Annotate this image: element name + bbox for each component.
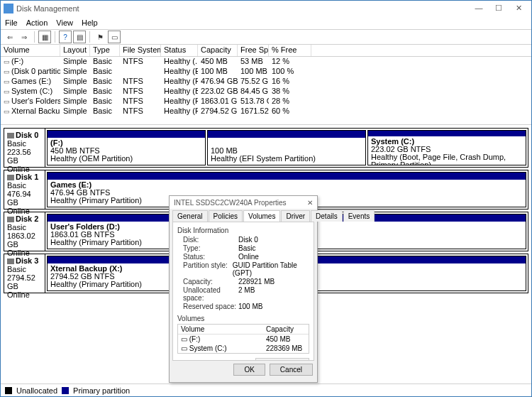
volume-row[interactable]: ▭ System (C:)228369 MB <box>178 344 309 353</box>
volumes-col-capacity: Capacity <box>266 325 306 333</box>
forward-button[interactable]: ⇒ <box>18 31 31 43</box>
dialog-title: INTEL SSDSC2CW240A Properties <box>174 199 307 207</box>
dialog-titlebar[interactable]: INTEL SSDSC2CW240A Properties ✕ <box>170 196 317 209</box>
disk-label[interactable]: Disk 1Basic476.94 GBOnline <box>4 170 45 209</box>
info-row: Capacity:228921 MB <box>183 278 309 285</box>
table-row[interactable]: Games (E:)SimpleBasicNTFSHealthy (P...47… <box>1 77 531 87</box>
tab-general[interactable]: General <box>172 210 208 222</box>
volumes-col-volume: Volume <box>181 325 266 333</box>
tab-details[interactable]: Details <box>311 210 343 222</box>
menu-action[interactable]: Action <box>26 18 48 27</box>
info-row: Unallocated space:2 MB <box>183 286 309 302</box>
col-pct[interactable]: % Free <box>269 45 311 56</box>
legend-unallocated: Unallocated <box>16 386 57 395</box>
help-icon[interactable]: ? <box>59 31 72 43</box>
legend-primary: Primary partition <box>73 386 130 395</box>
partition[interactable]: System (C:)223.02 GB NTFSHealthy (Boot, … <box>367 130 526 165</box>
menu-view[interactable]: View <box>56 18 73 27</box>
table-row[interactable]: (F:)SimpleBasicNTFSHealthy (...450 MB53 … <box>1 57 531 67</box>
volume-row[interactable]: ▭ (F:)450 MB <box>178 335 309 344</box>
back-button[interactable]: ⇐ <box>4 31 16 43</box>
disk-label[interactable]: Disk 2Basic1863.02 GBOnline <box>4 212 45 251</box>
disk-info-label: Disk Information <box>177 227 309 234</box>
ok-button[interactable]: OK <box>233 364 265 376</box>
table-row[interactable]: User's Folders (D:)SimpleBasicNTFSHealth… <box>1 97 531 107</box>
info-row: Status:Online <box>183 253 309 261</box>
window-title: Disk Management <box>16 4 469 13</box>
toolbar-button-4[interactable]: ▭ <box>108 31 121 43</box>
info-row: Partition style:GUID Partition Table (GP… <box>183 261 309 277</box>
col-capacity[interactable]: Capacity <box>198 45 238 56</box>
col-free[interactable]: Free Spa... <box>238 45 269 56</box>
minimize-button[interactable]: — <box>469 2 489 15</box>
dialog-close-icon[interactable]: ✕ <box>307 199 313 207</box>
menu-help[interactable]: Help <box>82 18 98 27</box>
table-row[interactable]: System (C:)SimpleBasicNTFSHealthy (B...2… <box>1 87 531 97</box>
volumes-list[interactable]: Volume Capacity ▭ (F:)450 MB▭ System (C:… <box>177 324 309 354</box>
tab-volumes-body: Disk Information Disk:Disk 0Type:BasicSt… <box>172 222 314 361</box>
toolbar-button-2[interactable]: ▤ <box>73 31 86 43</box>
disk-label[interactable]: Disk 0Basic223.56 GBOnline <box>4 129 45 167</box>
col-fs[interactable]: File System <box>120 45 161 56</box>
info-row: Type:Basic <box>183 244 309 252</box>
tab-policies[interactable]: Policies <box>209 210 243 222</box>
app-icon <box>4 4 13 13</box>
titlebar: Disk Management — ☐ ✕ <box>1 1 531 16</box>
toolbar-button-1[interactable]: ▦ <box>38 31 51 43</box>
tab-driver[interactable]: Driver <box>281 210 310 222</box>
menu-file[interactable]: File <box>5 18 18 27</box>
grid-header: Volume Layout Type File System Status Ca… <box>1 45 531 57</box>
disk-row: Disk 0Basic223.56 GBOnline(F:)450 MB NTF… <box>4 128 528 168</box>
info-row: Disk:Disk 0 <box>183 236 309 244</box>
partition[interactable]: 100 MBHealthy (EFI System Partition) <box>207 130 366 165</box>
cancel-button[interactable]: Cancel <box>270 364 313 376</box>
disk-label[interactable]: Disk 3Basic2794.52 GBOnline <box>4 254 45 293</box>
maximize-button[interactable]: ☐ <box>489 2 509 15</box>
dialog-tabs: GeneralPoliciesVolumesDriverDetailsEvent… <box>170 209 317 222</box>
legend-unallocated-swatch <box>5 387 12 394</box>
toolbar-button-3[interactable]: ⚑ <box>94 31 106 43</box>
menubar: File Action View Help <box>1 16 531 29</box>
col-type[interactable]: Type <box>90 45 120 56</box>
table-row[interactable]: (Disk 0 partition 2)SimpleBasicHealthy (… <box>1 67 531 77</box>
legend: Unallocated Primary partition <box>1 384 531 396</box>
col-layout[interactable]: Layout <box>60 45 90 56</box>
properties-dialog: INTEL SSDSC2CW240A Properties ✕ GeneralP… <box>169 195 318 383</box>
info-row: Reserved space:100 MB <box>183 303 309 310</box>
col-status[interactable]: Status <box>161 45 198 56</box>
toolbar: ⇐ ⇒ ▦ ? ▤ ⚑ ▭ <box>1 29 531 45</box>
volume-grid: Volume Layout Type File System Status Ca… <box>1 45 531 125</box>
table-row[interactable]: Xternal Backup (X:)SimpleBasicNTFSHealth… <box>1 107 531 116</box>
tab-volumes[interactable]: Volumes <box>243 210 280 222</box>
volumes-label: Volumes <box>177 315 309 322</box>
properties-button: Properties <box>255 358 309 361</box>
close-button[interactable]: ✕ <box>509 2 528 15</box>
legend-primary-swatch <box>62 387 69 394</box>
tab-events[interactable]: Events <box>343 210 375 222</box>
partition[interactable]: (F:)450 MB NTFSHealthy (OEM Partition) <box>47 130 206 165</box>
col-volume[interactable]: Volume <box>1 45 60 56</box>
